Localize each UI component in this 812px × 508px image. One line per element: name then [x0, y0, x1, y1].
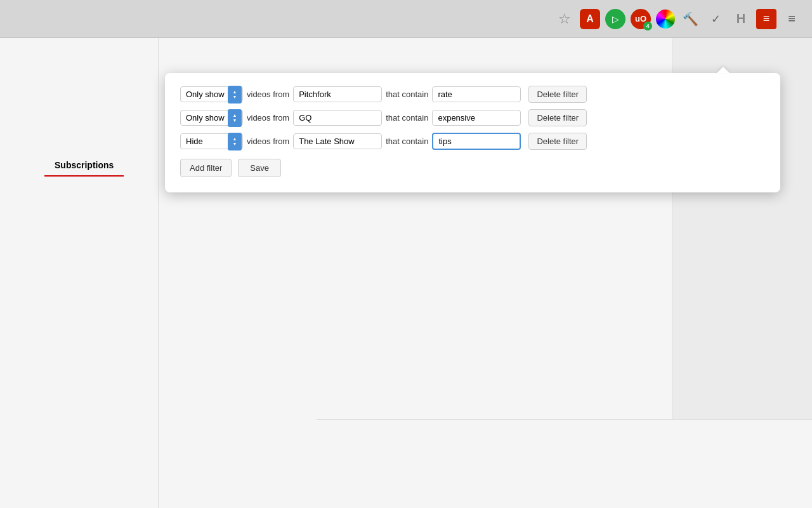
menu-icon[interactable]: ≡ — [782, 9, 802, 29]
pushbullet-icon[interactable]: ▷ — [605, 9, 625, 29]
page-content: Subscriptions Only show Hide videos from… — [0, 38, 812, 508]
action-select-2[interactable]: Only show Hide — [180, 110, 243, 126]
add-filter-button[interactable]: Add filter — [180, 159, 232, 177]
delete-filter-button-2[interactable]: Delete filter — [528, 109, 587, 126]
save-button[interactable]: Save — [238, 159, 281, 177]
filter-row-3: Only show Hide videos from that contain … — [180, 133, 765, 150]
channel-input-2[interactable] — [293, 110, 382, 126]
that-contain-label-2: that contain — [386, 113, 428, 123]
ublock-badge-count: 4 — [643, 22, 652, 30]
keyword-input-1[interactable] — [432, 86, 521, 102]
videos-from-label-1: videos from — [247, 90, 289, 99]
filter-popup: Only show Hide videos from that contain … — [165, 73, 780, 192]
channel-input-3[interactable] — [293, 133, 382, 149]
that-contain-label-3: that contain — [386, 137, 428, 146]
action-select-wrapper-3[interactable]: Only show Hide — [180, 133, 243, 149]
keyword-input-2[interactable] — [432, 110, 521, 126]
ublock-icon[interactable]: uO 4 — [631, 9, 651, 29]
left-nav: Subscriptions — [0, 38, 159, 508]
action-select-wrapper-1[interactable]: Only show Hide — [180, 86, 243, 102]
colorwheel-icon[interactable] — [656, 10, 675, 29]
main-content: Only show Hide videos from that contain … — [159, 38, 812, 508]
keyword-input-3[interactable] — [432, 133, 521, 150]
channel-input-1[interactable] — [293, 86, 382, 102]
action-select-3[interactable]: Only show Hide — [180, 133, 243, 149]
that-contain-label-1: that contain — [386, 90, 428, 99]
filter-row-1: Only show Hide videos from that contain … — [180, 86, 765, 103]
delete-filter-button-1[interactable]: Delete filter — [528, 86, 587, 103]
check-icon[interactable]: ✓ — [705, 9, 726, 29]
action-select-wrapper-2[interactable]: Only show Hide — [180, 110, 243, 126]
h-toolbar-icon[interactable]: H — [731, 9, 751, 29]
videos-from-label-2: videos from — [247, 113, 289, 123]
browser-toolbar: ☆ A ▷ uO 4 🔨 ✓ H ≡ ≡ — [0, 0, 812, 38]
hammer-icon[interactable]: 🔨 — [680, 9, 700, 29]
horizontal-divider — [317, 419, 812, 420]
footer-buttons: Add filter Save — [180, 159, 765, 177]
filter-row-2: Only show Hide videos from that contain … — [180, 109, 765, 126]
videos-from-label-3: videos from — [247, 137, 289, 146]
star-icon[interactable]: ☆ — [554, 9, 575, 29]
extension-icon[interactable]: ≡ — [756, 9, 776, 29]
subscriptions-tab[interactable]: Subscriptions — [44, 152, 124, 177]
action-select-1[interactable]: Only show Hide — [180, 86, 243, 102]
delete-filter-button-3[interactable]: Delete filter — [528, 133, 587, 150]
flashcard-icon[interactable]: A — [580, 9, 600, 29]
